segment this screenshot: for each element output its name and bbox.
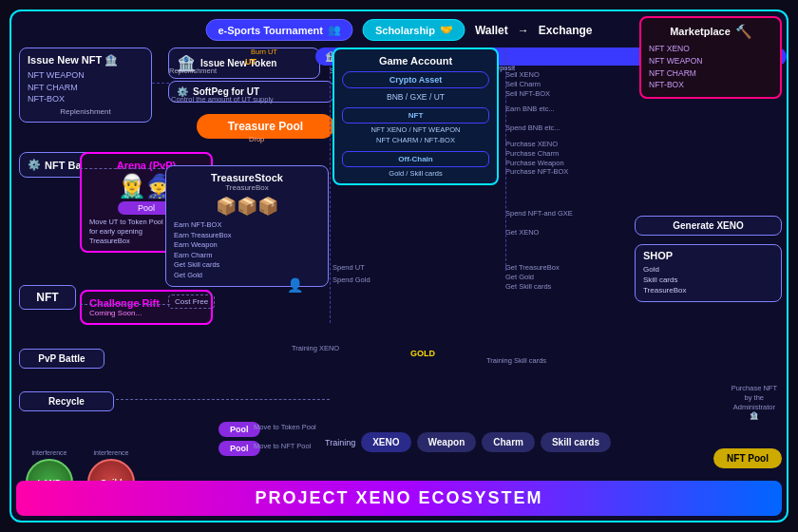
wallet-label: Wallet xyxy=(475,24,508,37)
cost-free-label: Cost Free xyxy=(168,294,215,309)
connector-3 xyxy=(152,83,169,84)
drop-label: Drop xyxy=(249,135,264,144)
nft-asset-box: NFT xyxy=(342,107,489,124)
training-text-label: Training xyxy=(325,438,355,447)
esports-icon: 👥 xyxy=(328,24,341,36)
issue-nft-title: Issue New NFT 🏦 xyxy=(28,54,143,66)
get-xeno-label: Get XENO xyxy=(505,228,539,238)
connector-1 xyxy=(330,48,331,323)
training-xeno-pill[interactable]: XENO xyxy=(361,432,410,452)
replenishment-label: Replenishment xyxy=(28,107,143,116)
control-ut-label: Control the amount of UT supply xyxy=(171,95,274,104)
top-nav: e-Sports Tournament 👥 Scholarship 🤝 Wall… xyxy=(206,19,593,41)
move-token-pool-label: Move to Token Pool xyxy=(254,423,316,432)
gen-xeno-box: Generate XENO xyxy=(635,216,782,236)
replenishment2-label: Replenishment xyxy=(169,66,217,76)
marketplace-items: NFT XENONFT WEAPONNFT CHARMNFT-BOX xyxy=(649,43,772,91)
game-account-title: Game Account xyxy=(342,55,489,66)
spend-bnb-label: Spend BNB etc... xyxy=(505,124,560,133)
shop-box: SHOP GoldSkill cardsTreasureBox xyxy=(635,244,782,302)
footer-banner: PROJECT XENO ECOSYSTEM xyxy=(16,481,782,516)
connector-6 xyxy=(116,399,330,400)
treasurestock-box: TreasureStock TreasureBox 📦📦📦 Earn NFT-B… xyxy=(165,165,329,287)
recycle-box: Recycle xyxy=(19,391,114,411)
esports-button[interactable]: e-Sports Tournament 👥 xyxy=(206,19,353,41)
nft-label: NFT xyxy=(19,285,76,310)
marketplace-box: Marketplace 🔨 NFT XENONFT WEAPONNFT CHAR… xyxy=(639,16,782,99)
footer-title: PROJECT XENO ECOSYSTEM xyxy=(24,488,774,508)
gen-xeno-title: Generate XENO xyxy=(643,220,773,231)
nft-pool-box: NFT Pool xyxy=(713,448,782,468)
arrow-icon: → xyxy=(518,24,529,37)
gold-label: GOLD xyxy=(410,349,435,358)
spend-ut-label: Spend UT xyxy=(332,263,365,273)
move-nft-pool-label: Move to NFT Pool xyxy=(254,442,311,451)
shop-note: Purchase NFTby theAdministrator🏦 xyxy=(732,384,777,421)
spend-gold-label: Spend Gold xyxy=(332,276,370,285)
connector-5 xyxy=(80,304,170,305)
issue-nft-box: Issue New NFT 🏦 NFT WEAPONNFT CHARMNFT-B… xyxy=(19,48,152,123)
connector-4 xyxy=(80,168,165,169)
shop-title: SHOP xyxy=(643,250,773,261)
burn-ut-label: Burn UT xyxy=(251,48,277,57)
marketplace-title: Marketplace 🔨 xyxy=(649,24,772,39)
offchain-box: Off-Chain xyxy=(342,151,489,167)
treasure-chests: 📦📦📦 xyxy=(174,196,320,217)
interference-right: interference xyxy=(94,448,129,457)
connector-2 xyxy=(505,48,506,271)
person-icon: 👤 xyxy=(287,277,303,293)
shop-items: GoldSkill cardsTreasureBox xyxy=(643,264,773,296)
treasure-pool-label: Treasure Pool xyxy=(228,120,303,133)
bank-icon: 🏦 xyxy=(104,54,118,66)
treasure-pool-box: Treasure Pool xyxy=(197,114,334,139)
sell-xeno-label: Sell XENO Sell Charm Sell NFT-BOX xyxy=(505,70,550,98)
training-xeno-label: Training XENO xyxy=(292,344,339,353)
esports-label: e-Sports Tournament xyxy=(218,25,323,36)
pvp-battle-box: PvP Battle xyxy=(19,349,104,369)
coming-soon-label: Coming Soon... xyxy=(89,309,203,317)
gear-icon: ⚙️ xyxy=(28,159,41,171)
treasurestock-title: TreasureStock xyxy=(174,172,320,183)
interference-left: interference xyxy=(32,448,67,457)
scholarship-icon: 🤝 xyxy=(440,24,453,36)
training-row: Training XENO Weapon Charm Skill cards xyxy=(325,432,611,452)
issue-nft-items: NFT WEAPONNFT CHARMNFT-BOX xyxy=(28,69,143,105)
treasurestock-sub: TreasureBox xyxy=(174,183,320,192)
nft-values: NFT XENO / NFT WEAPONNFT CHARM / NFT-BOX xyxy=(342,125,489,145)
scholarship-label: Scholarship xyxy=(375,25,435,36)
get-treasure-label: Get TreasureBox Get Gold Get Skill cards xyxy=(505,263,560,291)
ut-label: UT xyxy=(245,57,256,66)
earn-bnb-label: Earn BNB etc... xyxy=(505,104,555,114)
scholarship-button[interactable]: Scholarship 🤝 xyxy=(363,19,466,41)
training-skill-pill[interactable]: Skill cards xyxy=(541,432,611,452)
spend-nft-label: Spend NFT-and GXE xyxy=(505,209,573,218)
hammer-icon: 🔨 xyxy=(735,24,751,39)
purchase-labels: Purchase XENO Purchase Charm Purchase We… xyxy=(505,140,568,177)
training-charm-pill[interactable]: Charm xyxy=(482,432,535,452)
exchange-label: Exchange xyxy=(539,24,593,37)
crypto-asset-box: Crypto Asset xyxy=(342,71,489,88)
offchain-values: Gold / Skill cards xyxy=(342,169,489,178)
main-container: e-Sports Tournament 👥 Scholarship 🤝 Wall… xyxy=(10,10,788,522)
training-skill-label: Training Skill cards xyxy=(486,356,546,366)
crypto-values: BNB / GXE / UT xyxy=(342,92,489,102)
game-account-box: Game Account Crypto Asset BNB / GXE / UT… xyxy=(332,48,499,185)
treasurestock-desc: Earn NFT-BOX Earn TreasureBox Earn Weapo… xyxy=(174,220,320,280)
training-weapon-pill[interactable]: Weapon xyxy=(417,432,477,452)
